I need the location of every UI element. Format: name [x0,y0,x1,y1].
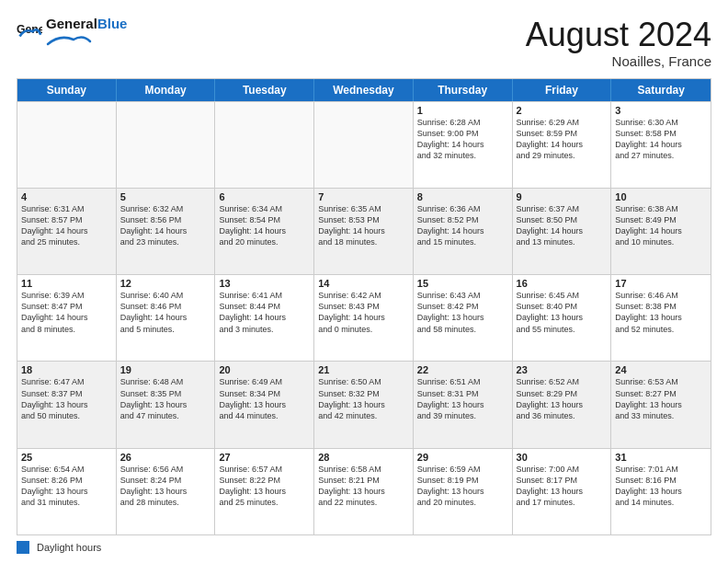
day-number: 24 [615,364,707,375]
cal-cell-empty-0-0 [17,102,117,188]
logo-swoosh [46,32,92,47]
logo-general: General [46,16,97,31]
cal-cell-27: 27Sunrise: 6:57 AM Sunset: 8:22 PM Dayli… [215,449,314,534]
day-number: 29 [417,452,508,463]
logo-blue: Blue [97,16,128,31]
day-info: Sunrise: 6:51 AM Sunset: 8:31 PM Dayligh… [417,376,508,421]
cal-cell-6: 6Sunrise: 6:34 AM Sunset: 8:54 PM Daylig… [215,189,314,274]
cal-header-wednesday: Wednesday [314,79,414,101]
cal-row-3: 18Sunrise: 6:47 AM Sunset: 8:37 PM Dayli… [17,361,711,447]
day-number: 19 [120,364,211,375]
day-number: 27 [219,452,310,463]
day-number: 3 [615,105,707,116]
cal-cell-empty-0-1 [117,102,216,188]
day-info: Sunrise: 6:47 AM Sunset: 8:37 PM Dayligh… [21,376,112,421]
cal-cell-22: 22Sunrise: 6:51 AM Sunset: 8:31 PM Dayli… [414,362,513,447]
cal-cell-20: 20Sunrise: 6:49 AM Sunset: 8:34 PM Dayli… [215,362,314,447]
cal-cell-12: 12Sunrise: 6:40 AM Sunset: 8:46 PM Dayli… [117,275,216,361]
cal-header-tuesday: Tuesday [215,79,314,101]
cal-cell-29: 29Sunrise: 6:59 AM Sunset: 8:19 PM Dayli… [414,449,513,534]
day-info: Sunrise: 7:00 AM Sunset: 8:17 PM Dayligh… [517,464,608,509]
day-number: 18 [21,364,112,375]
day-info: Sunrise: 6:50 AM Sunset: 8:32 PM Dayligh… [318,376,409,421]
day-info: Sunrise: 6:54 AM Sunset: 8:26 PM Dayligh… [21,464,112,509]
day-number: 6 [219,191,310,202]
day-info: Sunrise: 6:34 AM Sunset: 8:54 PM Dayligh… [219,203,310,248]
day-info: Sunrise: 6:40 AM Sunset: 8:46 PM Dayligh… [120,290,211,335]
logo-text-block: GeneralBlue [46,17,127,51]
logo: General GeneralBlue [17,17,127,51]
cal-cell-21: 21Sunrise: 6:50 AM Sunset: 8:32 PM Dayli… [314,362,414,447]
day-info: Sunrise: 6:57 AM Sunset: 8:22 PM Dayligh… [219,464,310,509]
cal-row-2: 11Sunrise: 6:39 AM Sunset: 8:47 PM Dayli… [17,274,711,361]
cal-cell-4: 4Sunrise: 6:31 AM Sunset: 8:57 PM Daylig… [17,189,117,274]
day-number: 7 [318,191,409,202]
calendar: SundayMondayTuesdayWednesdayThursdayFrid… [17,78,711,535]
day-info: Sunrise: 6:29 AM Sunset: 8:59 PM Dayligh… [517,117,608,162]
day-number: 1 [417,105,508,116]
day-number: 2 [517,105,608,116]
day-info: Sunrise: 6:28 AM Sunset: 9:00 PM Dayligh… [417,117,508,162]
day-info: Sunrise: 6:58 AM Sunset: 8:21 PM Dayligh… [318,464,409,509]
day-info: Sunrise: 6:30 AM Sunset: 8:58 PM Dayligh… [615,117,707,162]
legend-label: Daylight hours [37,542,101,553]
cal-cell-7: 7Sunrise: 6:35 AM Sunset: 8:53 PM Daylig… [314,189,414,274]
title-block: August 2024 Noailles, France [526,17,711,69]
day-info: Sunrise: 6:37 AM Sunset: 8:50 PM Dayligh… [517,203,608,248]
page: General GeneralBlue August 2024 Noailles… [0,0,728,563]
day-info: Sunrise: 6:45 AM Sunset: 8:40 PM Dayligh… [517,290,608,335]
cal-cell-30: 30Sunrise: 7:00 AM Sunset: 8:17 PM Dayli… [513,449,612,534]
day-info: Sunrise: 6:59 AM Sunset: 8:19 PM Dayligh… [417,464,508,509]
calendar-header: SundayMondayTuesdayWednesdayThursdayFrid… [17,79,711,101]
day-number: 16 [517,278,608,289]
cal-cell-5: 5Sunrise: 6:32 AM Sunset: 8:56 PM Daylig… [117,189,216,274]
cal-header-sunday: Sunday [17,79,117,101]
day-number: 9 [517,191,608,202]
cal-cell-2: 2Sunrise: 6:29 AM Sunset: 8:59 PM Daylig… [513,102,612,188]
location: Noailles, France [526,53,711,69]
day-number: 17 [615,278,707,289]
day-number: 15 [417,278,508,289]
footer: Daylight hours [17,541,711,554]
cal-cell-16: 16Sunrise: 6:45 AM Sunset: 8:40 PM Dayli… [513,275,612,361]
cal-cell-empty-0-3 [314,102,414,188]
cal-cell-18: 18Sunrise: 6:47 AM Sunset: 8:37 PM Dayli… [17,362,117,447]
day-number: 31 [615,452,707,463]
day-info: Sunrise: 6:42 AM Sunset: 8:43 PM Dayligh… [318,290,409,335]
day-number: 23 [517,364,608,375]
day-number: 12 [120,278,211,289]
day-info: Sunrise: 6:31 AM Sunset: 8:57 PM Dayligh… [21,203,112,248]
cal-cell-19: 19Sunrise: 6:48 AM Sunset: 8:35 PM Dayli… [117,362,216,447]
day-number: 14 [318,278,409,289]
cal-cell-15: 15Sunrise: 6:43 AM Sunset: 8:42 PM Dayli… [414,275,513,361]
day-number: 22 [417,364,508,375]
day-number: 8 [417,191,508,202]
cal-header-saturday: Saturday [611,79,711,101]
day-number: 13 [219,278,310,289]
day-number: 26 [120,452,211,463]
day-info: Sunrise: 6:53 AM Sunset: 8:27 PM Dayligh… [615,376,707,421]
cal-header-monday: Monday [117,79,216,101]
day-info: Sunrise: 6:49 AM Sunset: 8:34 PM Dayligh… [219,376,310,421]
cal-cell-31: 31Sunrise: 7:01 AM Sunset: 8:16 PM Dayli… [611,449,711,534]
day-number: 5 [120,191,211,202]
day-number: 21 [318,364,409,375]
cal-cell-empty-0-2 [215,102,314,188]
day-info: Sunrise: 6:39 AM Sunset: 8:47 PM Dayligh… [21,290,112,335]
header: General GeneralBlue August 2024 Noailles… [17,17,711,69]
day-info: Sunrise: 6:56 AM Sunset: 8:24 PM Dayligh… [120,464,211,509]
day-number: 25 [21,452,112,463]
cal-cell-9: 9Sunrise: 6:37 AM Sunset: 8:50 PM Daylig… [513,189,612,274]
day-number: 30 [517,452,608,463]
cal-cell-17: 17Sunrise: 6:46 AM Sunset: 8:38 PM Dayli… [611,275,711,361]
cal-cell-14: 14Sunrise: 6:42 AM Sunset: 8:43 PM Dayli… [314,275,414,361]
day-number: 4 [21,191,112,202]
day-info: Sunrise: 6:48 AM Sunset: 8:35 PM Dayligh… [120,376,211,421]
cal-cell-10: 10Sunrise: 6:38 AM Sunset: 8:49 PM Dayli… [611,189,711,274]
cal-cell-23: 23Sunrise: 6:52 AM Sunset: 8:29 PM Dayli… [513,362,612,447]
day-info: Sunrise: 6:38 AM Sunset: 8:49 PM Dayligh… [615,203,707,248]
cal-cell-1: 1Sunrise: 6:28 AM Sunset: 9:00 PM Daylig… [414,102,513,188]
day-info: Sunrise: 6:36 AM Sunset: 8:52 PM Dayligh… [417,203,508,248]
day-info: Sunrise: 6:46 AM Sunset: 8:38 PM Dayligh… [615,290,707,335]
cal-row-1: 4Sunrise: 6:31 AM Sunset: 8:57 PM Daylig… [17,188,711,274]
